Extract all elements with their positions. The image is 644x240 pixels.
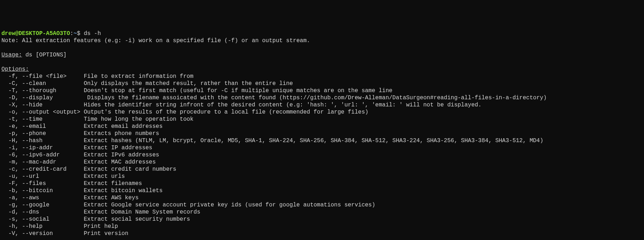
option-flags: -6, --ipv6-addr — [1, 152, 84, 158]
option-row: -u, --url Extract urls — [1, 173, 643, 180]
option-flags: -s, --social — [1, 216, 84, 222]
option-flags: -m, --mac-addr — [1, 159, 84, 165]
option-flags: -g, --google — [1, 202, 84, 208]
option-desc: Print help — [84, 223, 118, 230]
option-flags: -V, --version — [1, 230, 84, 237]
option-row: -c, --credit-card Extract credit card nu… — [1, 166, 643, 173]
option-flags: -b, --bitcoin — [1, 188, 84, 194]
option-flags: -f, --file <file> — [1, 73, 84, 80]
option-desc: Extract IP addresses — [84, 145, 152, 151]
option-desc: Extract AWS keys — [84, 195, 139, 201]
option-flags: -t, --time — [1, 116, 84, 122]
prompt-at: @ — [15, 30, 19, 37]
option-flags: -C, --clean — [1, 80, 84, 87]
option-flags: -H, --hash — [1, 138, 84, 144]
option-desc: Extract credit card numbers — [84, 166, 176, 172]
prompt-user: drew — [1, 30, 15, 37]
option-row: -V, --version Print version — [1, 230, 643, 237]
option-row: -d, --dns Extract Domain Name System rec… — [1, 209, 643, 216]
option-row: -t, --time Time how long the operation t… — [1, 116, 643, 123]
option-row: -F, --files Extract filenames — [1, 180, 643, 187]
terminal-output: drew@DESKTOP-A5AO3TO:~$ ds -h Note: All … — [1, 30, 643, 237]
option-row: -a, --aws Extract AWS keys — [1, 194, 643, 201]
option-row: -p, --phone Extracts phone numbers — [1, 130, 643, 137]
option-row: -s, --social Extract social security num… — [1, 216, 643, 223]
option-flags: -h, --help — [1, 223, 84, 230]
option-desc: Doesn't stop at first match (useful for … — [84, 88, 392, 94]
option-desc: Extract bitcoin wallets — [84, 188, 163, 194]
option-desc: Extract hashes (NTLM, LM, bcrypt, Oracle… — [84, 138, 543, 144]
usage-text: ds [OPTIONS] — [22, 52, 67, 58]
option-desc: Extract MAC addresses — [84, 159, 156, 165]
option-desc: Extract urls — [84, 173, 125, 180]
option-flags: -X, --hide — [1, 102, 84, 108]
option-desc: Extract filenames — [84, 180, 142, 187]
option-row: -i, --ip-addr Extract IP addresses — [1, 144, 643, 151]
options-list: -f, --file <file> File to extract inform… — [1, 73, 643, 237]
option-flags: -D, --display — [1, 95, 84, 101]
option-row: -o, --output <output> Output's the resul… — [1, 109, 643, 116]
option-flags: -a, --aws — [1, 195, 84, 201]
note-line: Note: All extraction features (e.g: -i) … — [1, 38, 310, 44]
prompt-colon: : — [70, 30, 74, 37]
options-label: Options: — [1, 66, 29, 72]
option-row: -e, --email Extract email addresses — [1, 123, 643, 130]
option-desc: File to extract information from — [84, 73, 193, 80]
option-desc: Hides the identifier string infront of t… — [84, 102, 481, 108]
option-flags: -p, --phone — [1, 130, 84, 137]
option-desc: Extract social security numbers — [84, 216, 190, 222]
option-flags: -o, --output <output> — [1, 109, 84, 115]
option-row: -g, --google Extract Google service acco… — [1, 201, 643, 209]
option-row: -f, --file <file> File to extract inform… — [1, 73, 643, 80]
option-row: -m, --mac-addr Extract MAC addresses — [1, 159, 643, 166]
option-row: -H, --hash Extract hashes (NTLM, LM, bcr… — [1, 137, 643, 144]
option-row: -C, --clean Only displays the matched re… — [1, 80, 643, 87]
option-flags: -i, --ip-addr — [1, 145, 84, 151]
option-desc: Extract IPv6 addresses — [84, 152, 159, 158]
option-flags: -F, --files — [1, 180, 84, 187]
option-flags: -d, --dns — [1, 209, 84, 215]
option-desc: Only displays the matched result, rather… — [84, 80, 293, 87]
option-desc: Extract email addresses — [84, 123, 163, 130]
option-row: -b, --bitcoin Extract bitcoin wallets — [1, 187, 643, 194]
option-desc: Time how long the operation took — [84, 116, 193, 122]
option-row: -6, --ipv6-addr Extract IPv6 addresses — [1, 151, 643, 159]
option-flags: -e, --email — [1, 123, 84, 130]
option-flags: -T, --thorough — [1, 88, 84, 94]
command-text: ds -h — [84, 30, 101, 37]
option-row: -X, --hide Hides the identifier string i… — [1, 101, 643, 109]
prompt-dollar: $ — [77, 30, 84, 37]
option-desc: Print version — [84, 230, 128, 237]
option-flags: -c, --credit-card — [1, 166, 84, 172]
option-desc: Extract Google service account private k… — [84, 202, 375, 208]
usage-label: Usage: — [1, 52, 22, 58]
prompt-path: ~ — [74, 30, 77, 37]
option-desc: Extracts phone numbers — [84, 130, 159, 137]
option-row: -h, --help Print help — [1, 223, 643, 230]
option-desc: Extract Domain Name System records — [84, 209, 200, 215]
prompt-host: DESKTOP-A5AO3TO — [19, 30, 70, 37]
option-row: -T, --thorough Doesn't stop at first mat… — [1, 87, 643, 94]
option-flags: -u, --url — [1, 173, 84, 180]
option-desc: Displays the filename assoicated with th… — [84, 95, 546, 101]
option-desc: Output's the results of the procedure to… — [84, 109, 368, 115]
option-row: -D, --display Displays the filename asso… — [1, 94, 643, 101]
